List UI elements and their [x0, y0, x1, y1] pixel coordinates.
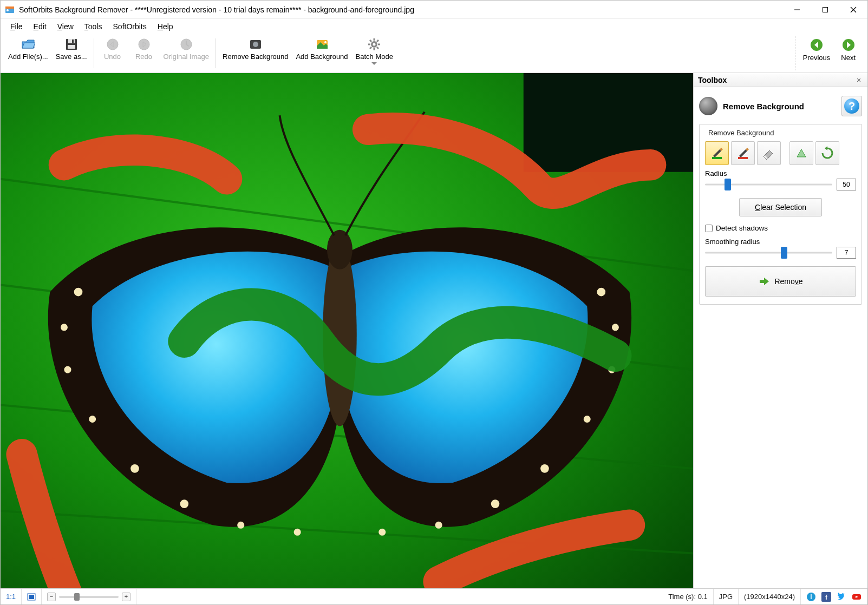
redo-icon	[137, 37, 151, 51]
refresh-icon	[820, 146, 834, 160]
smoothing-slider-row	[705, 247, 856, 259]
next-button[interactable]: Next	[841, 38, 856, 62]
svg-point-43	[294, 529, 301, 536]
app-icon	[5, 5, 15, 15]
clear-selection-button[interactable]: Clear Selection	[739, 198, 822, 216]
svg-point-42	[237, 522, 244, 529]
toolbar: Add File(s)... Save as... Undo Redo Orig…	[1, 34, 867, 73]
maximize-button[interactable]	[811, 1, 839, 18]
svg-text:f: f	[825, 593, 828, 601]
svg-point-53	[327, 230, 353, 269]
zoom-1to1-button[interactable]: 1:1	[1, 589, 22, 604]
svg-point-27	[373, 43, 376, 46]
toolbox-close-button[interactable]: ×	[853, 76, 864, 84]
tool-label: Save as...	[56, 52, 87, 61]
add-background-button[interactable]: Add Background	[292, 36, 351, 70]
tool-label: Remove Background	[223, 52, 288, 61]
status-format: JPG	[714, 589, 739, 604]
svg-point-49	[491, 499, 500, 508]
fg-refine-button[interactable]	[789, 141, 813, 165]
eraser-icon	[762, 146, 776, 160]
menu-file[interactable]: File	[5, 20, 28, 33]
radius-input[interactable]	[837, 179, 856, 190]
svg-rect-8	[68, 39, 75, 43]
eraser-button[interactable]	[757, 141, 781, 165]
nav-label: Next	[841, 54, 856, 62]
titlebar: SoftOrbits Background Remover - ****Unre…	[1, 1, 867, 19]
chevron-down-icon	[371, 62, 377, 65]
zoom-slider[interactable]	[59, 596, 119, 598]
redo-button[interactable]: Redo	[129, 36, 159, 70]
info-icon[interactable]: i	[806, 592, 816, 602]
bg-refine-button[interactable]	[815, 141, 839, 165]
fit-screen-button[interactable]	[22, 589, 42, 604]
svg-point-41	[180, 499, 188, 508]
save-as-button[interactable]: Save as...	[53, 36, 90, 70]
status-dimensions: (1920x1440x24)	[739, 589, 801, 604]
svg-text:i: i	[810, 593, 812, 601]
batch-mode-button[interactable]: Batch Mode	[353, 36, 396, 70]
gear-icon	[367, 37, 381, 51]
detect-shadows-checkbox[interactable]	[705, 225, 713, 232]
add-files-button[interactable]: Add File(s)...	[5, 36, 51, 70]
group-label: Remove Background	[706, 129, 776, 137]
menubar: File Edit View Tools SoftOrbits Help	[1, 19, 867, 34]
minimize-button[interactable]	[783, 1, 811, 18]
radius-slider[interactable]	[705, 179, 832, 190]
menu-help[interactable]: Help	[152, 20, 179, 33]
zoom-in-button[interactable]: +	[122, 593, 130, 601]
svg-line-23	[370, 40, 371, 42]
svg-point-37	[61, 324, 68, 331]
svg-rect-9	[72, 40, 74, 43]
social-links: i f	[801, 589, 867, 604]
svg-rect-54	[712, 157, 722, 159]
menu-softorbits[interactable]: SoftOrbits	[108, 20, 152, 33]
menu-tools[interactable]: Tools	[79, 20, 108, 33]
remove-bg-icon	[249, 37, 263, 51]
tool-label: Original Image	[164, 52, 210, 61]
previous-button[interactable]: Previous	[803, 38, 831, 62]
menu-view[interactable]: View	[52, 20, 79, 33]
smoothing-slider[interactable]	[705, 247, 832, 258]
tool-label: Batch Mode	[356, 52, 393, 61]
sphere-icon	[699, 97, 717, 115]
smoothing-input[interactable]	[837, 247, 856, 259]
marker-tools-row	[705, 141, 856, 165]
pencil-red-icon	[736, 146, 750, 160]
radius-slider-row	[705, 179, 856, 190]
window-title: SoftOrbits Background Remover - ****Unre…	[19, 5, 783, 14]
undo-button[interactable]: Undo	[97, 36, 128, 70]
svg-point-51	[378, 529, 386, 536]
toolbox-panel: Toolbox × Remove Background ? Remove Bac…	[693, 73, 867, 588]
svg-point-36	[74, 288, 83, 297]
foreground-marker-button[interactable]	[705, 141, 729, 165]
toolbox-title: Toolbox	[698, 76, 727, 84]
zoom-out-button[interactable]: −	[47, 593, 56, 601]
close-button[interactable]	[839, 1, 867, 18]
remove-label: Remove	[774, 277, 802, 286]
detect-shadows-label: Detect shadows	[716, 224, 768, 232]
workspace: Toolbox × Remove Background ? Remove Bac…	[1, 73, 867, 588]
svg-line-26	[370, 47, 371, 49]
svg-rect-4	[823, 7, 828, 12]
detect-shadows-row[interactable]: Detect shadows	[705, 224, 856, 232]
section-header: Remove Background ?	[699, 96, 862, 116]
help-button[interactable]: ?	[841, 96, 862, 116]
background-marker-button[interactable]	[731, 141, 755, 165]
smoothing-label: Smoothing radius	[705, 238, 856, 246]
undo-icon	[106, 37, 120, 51]
youtube-icon[interactable]	[852, 592, 862, 602]
fit-icon	[27, 593, 36, 601]
statusbar: 1:1 − + Time (s): 0.1 JPG (1920x1440x24)…	[1, 588, 867, 604]
facebook-icon[interactable]: f	[821, 592, 831, 602]
original-image-button[interactable]: Original Image	[160, 36, 213, 70]
app-window: SoftOrbits Background Remover - ****Unre…	[0, 0, 868, 605]
shape-green-icon	[794, 146, 808, 160]
help-icon: ?	[844, 98, 859, 114]
menu-edit[interactable]: Edit	[28, 20, 52, 33]
remove-button[interactable]: Remove	[705, 266, 856, 297]
twitter-icon[interactable]	[837, 592, 846, 602]
remove-background-button[interactable]: Remove Background	[219, 36, 291, 70]
canvas-area[interactable]	[1, 73, 693, 588]
add-bg-icon	[315, 37, 329, 51]
